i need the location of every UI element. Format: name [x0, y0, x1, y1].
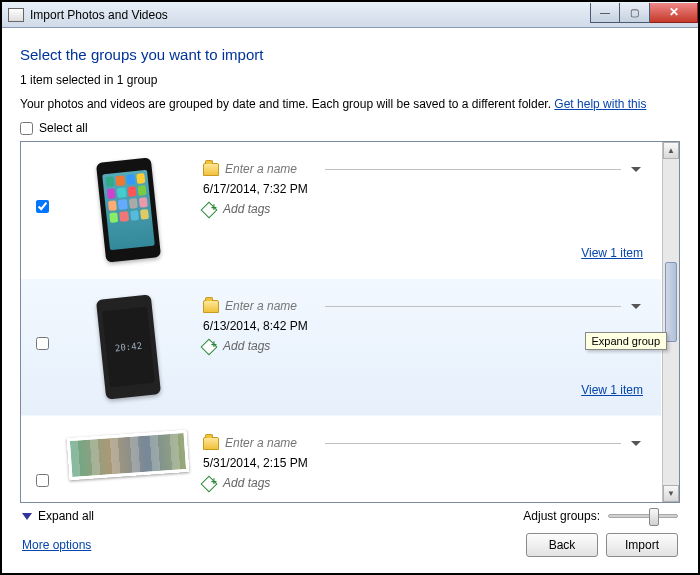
add-tags-label: Add tags: [223, 202, 270, 216]
group-row[interactable]: 20:426/13/2014, 8:42 PMAdd tagsView 1 it…: [21, 279, 661, 416]
close-button[interactable]: ✕: [650, 3, 698, 23]
add-tags-button[interactable]: Add tags: [203, 476, 641, 490]
group-thumbnail: 20:42: [53, 297, 203, 397]
selection-summary: 1 item selected in 1 group: [20, 73, 680, 87]
group-body: 6/17/2014, 7:32 PMAdd tags: [203, 160, 647, 216]
view-items-link[interactable]: View 1 item: [581, 246, 643, 260]
footer-buttons: Back Import: [526, 533, 678, 557]
group-name-input[interactable]: [225, 162, 315, 176]
window-title: Import Photos and Videos: [30, 8, 590, 22]
window-controls: — ▢ ✕: [590, 3, 698, 23]
add-tags-button[interactable]: Add tags: [203, 202, 641, 216]
back-button[interactable]: Back: [526, 533, 598, 557]
group-thumbnail: [53, 434, 203, 476]
group-thumbnail: [53, 160, 203, 260]
expand-all-button[interactable]: Expand all: [22, 509, 94, 523]
group-expand-dropdown[interactable]: [631, 441, 641, 446]
folder-icon: [203, 163, 219, 176]
scroll-up-arrow[interactable]: ▲: [663, 142, 679, 159]
group-name-input[interactable]: [225, 299, 315, 313]
scroll-thumb[interactable]: [665, 262, 677, 342]
footer: More options Back Import: [20, 533, 680, 563]
more-options-link[interactable]: More options: [22, 538, 91, 552]
view-items-link[interactable]: View 1 item: [581, 383, 643, 397]
groups-list: 6/17/2014, 7:32 PMAdd tagsView 1 item20:…: [20, 141, 680, 503]
separator-line: [325, 443, 621, 444]
group-body: 6/13/2014, 8:42 PMAdd tags: [203, 297, 647, 353]
title-bar: Import Photos and Videos — ▢ ✕: [2, 2, 698, 28]
separator-line: [325, 306, 621, 307]
help-link[interactable]: Get help with this: [554, 97, 646, 111]
below-frame-row: Expand all Adjust groups:: [20, 503, 680, 533]
group-date: 6/13/2014, 8:42 PM: [203, 319, 641, 333]
folder-icon: [203, 300, 219, 313]
page-heading: Select the groups you want to import: [20, 46, 680, 63]
minimize-button[interactable]: —: [590, 3, 620, 23]
group-body: 5/31/2014, 2:15 PMAdd tags: [203, 434, 647, 490]
group-date: 5/31/2014, 2:15 PM: [203, 456, 641, 470]
group-expand-dropdown[interactable]: [631, 304, 641, 309]
group-date: 6/17/2014, 7:32 PM: [203, 182, 641, 196]
slider-thumb[interactable]: [649, 508, 659, 526]
tag-icon: [203, 476, 217, 490]
description: Your photos and videos are grouped by da…: [20, 97, 680, 111]
group-name-input[interactable]: [225, 436, 315, 450]
tag-icon: [203, 202, 217, 216]
select-all-label[interactable]: Select all: [39, 121, 88, 135]
vertical-scrollbar[interactable]: ▲ ▼: [662, 142, 679, 502]
select-all-row: Select all: [20, 121, 680, 135]
adjust-groups-slider[interactable]: [608, 514, 678, 518]
separator-line: [325, 169, 621, 170]
groups-scroll-area: 6/17/2014, 7:32 PMAdd tagsView 1 item20:…: [21, 142, 679, 502]
chevron-down-icon: [22, 513, 32, 520]
select-all-checkbox[interactable]: [20, 122, 33, 135]
dialog-content: Select the groups you want to import 1 i…: [2, 28, 698, 573]
group-row[interactable]: 5/31/2014, 2:15 PMAdd tagsView 1 item: [21, 416, 661, 502]
adjust-groups: Adjust groups:: [523, 509, 678, 523]
group-checkbox[interactable]: [36, 474, 49, 487]
group-row[interactable]: 6/17/2014, 7:32 PMAdd tagsView 1 item: [21, 142, 661, 279]
adjust-groups-label: Adjust groups:: [523, 509, 600, 523]
group-checkbox[interactable]: [36, 337, 49, 350]
import-button[interactable]: Import: [606, 533, 678, 557]
app-icon: [8, 8, 24, 22]
add-tags-label: Add tags: [223, 476, 270, 490]
description-text: Your photos and videos are grouped by da…: [20, 97, 554, 111]
folder-icon: [203, 437, 219, 450]
add-tags-label: Add tags: [223, 339, 270, 353]
scroll-down-arrow[interactable]: ▼: [663, 485, 679, 502]
group-checkbox[interactable]: [36, 200, 49, 213]
maximize-button[interactable]: ▢: [620, 3, 650, 23]
add-tags-button[interactable]: Add tags: [203, 339, 641, 353]
tag-icon: [203, 339, 217, 353]
expand-all-label: Expand all: [38, 509, 94, 523]
group-expand-dropdown[interactable]: [631, 167, 641, 172]
